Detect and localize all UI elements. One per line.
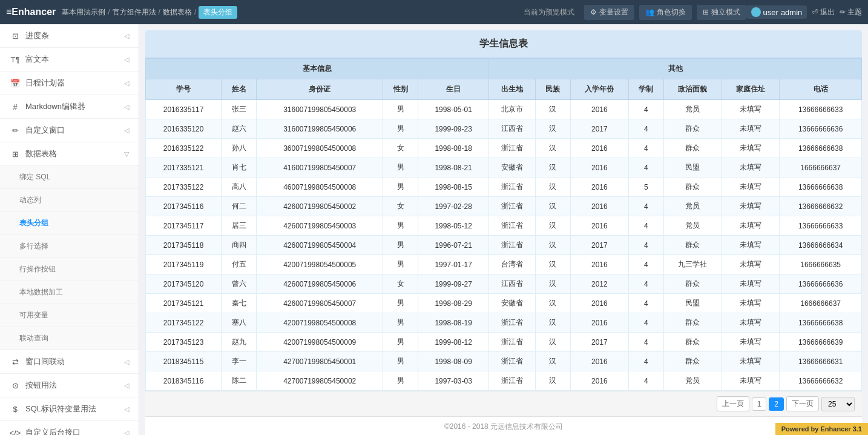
- logout-icon: ⏎: [812, 8, 818, 16]
- table-cell: 4: [628, 119, 663, 139]
- breadcrumb-item-0[interactable]: 基本用法示例: [62, 7, 105, 18]
- table-cell: 男: [383, 158, 418, 178]
- table-cell: 2017345117: [146, 216, 222, 236]
- markdown-label: Markdown编辑器: [25, 101, 85, 112]
- table-cell: 男: [383, 333, 418, 352]
- markdown-arrow: ◁: [124, 103, 129, 111]
- table-cell: 4: [628, 255, 663, 274]
- table-cell: 浙江省: [489, 371, 536, 391]
- table-cell: 汉: [535, 333, 570, 352]
- table-cell: 4: [628, 216, 663, 236]
- sidebar-sub-variables[interactable]: 可用变量: [0, 304, 139, 327]
- sidebar-sub-local-data[interactable]: 本地数据加工: [0, 281, 139, 304]
- next-page-button[interactable]: 下一页: [786, 396, 819, 411]
- linked-query-label: 联动查询: [19, 333, 48, 344]
- user-name: admin: [781, 8, 802, 17]
- sidebar-item-btn-usage[interactable]: ⊙ 按钮用法 ◁: [0, 374, 139, 397]
- table-cell: 13666666638: [780, 313, 862, 333]
- custom-window-arrow: ◁: [124, 127, 129, 134]
- table-cell: 2016335117: [146, 100, 222, 119]
- header-group-label: 表头分组: [19, 218, 48, 228]
- column-header-生日: 生日: [418, 79, 489, 100]
- sidebar-sub-multi-select[interactable]: 多行选择: [0, 235, 139, 258]
- progress-label: 进度条: [25, 30, 49, 41]
- sidebar-item-custom-window[interactable]: ✏ 自定义窗口 ◁: [0, 119, 139, 142]
- table-cell: 江西省: [489, 274, 536, 294]
- table-row: 2017345116何二426007199805450002女1997-02-2…: [146, 197, 862, 216]
- progress-arrow: ◁: [124, 32, 129, 40]
- sidebar-sub-row-actions[interactable]: 行操作按钮: [0, 258, 139, 281]
- btn-usage-arrow: ◁: [124, 382, 129, 390]
- variable-settings-button[interactable]: ⚙ 变量设置: [584, 5, 634, 20]
- table-cell: 未填写: [722, 255, 780, 274]
- sidebar-sub-bind-sql[interactable]: 绑定 SQL: [0, 166, 139, 189]
- table-cell: 未填写: [722, 139, 780, 158]
- table-title: 学生信息表: [145, 30, 862, 58]
- sidebar-item-scheduler[interactable]: 📅 日程计划器 ◁: [0, 71, 139, 95]
- table-cell: 浙江省: [489, 178, 536, 197]
- table-cell: 1999-09-27: [418, 274, 489, 294]
- powered-by: Powered by Enhancer 3.1: [775, 423, 868, 435]
- table-cell: 汉: [535, 197, 570, 216]
- table-cell: 汉: [535, 352, 570, 371]
- table-cell: 2017: [570, 119, 628, 139]
- table-cell: 浙江省: [489, 197, 536, 216]
- dynamic-col-label: 动态列: [19, 195, 41, 205]
- table-cell: 1998-08-09: [418, 352, 489, 371]
- table-cell: 4: [628, 197, 663, 216]
- breadcrumb-item-2[interactable]: 数据表格: [163, 7, 192, 18]
- user-badge: user admin: [746, 5, 807, 19]
- table-cell: 1998-08-29: [418, 294, 489, 313]
- table-cell: 2016: [570, 197, 628, 216]
- logout-button[interactable]: ⏎ 退出: [812, 7, 834, 18]
- sidebar-item-markdown[interactable]: # Markdown编辑器 ◁: [0, 95, 139, 119]
- table-cell: 2017345121: [146, 294, 222, 313]
- table-cell: 未填写: [722, 371, 780, 391]
- table-cell: 2016: [570, 216, 628, 236]
- richtext-icon: T¶: [10, 54, 21, 65]
- table-cell: 赵六: [222, 119, 257, 139]
- table-cell: 汉: [535, 294, 570, 313]
- table-cell: 李一: [222, 352, 257, 371]
- page-2-button[interactable]: 2: [769, 397, 784, 411]
- table-cell: 汉: [535, 313, 570, 333]
- table-cell: 未填写: [722, 197, 780, 216]
- bind-sql-label: 绑定 SQL: [19, 172, 50, 182]
- table-cell: 360071998054500008: [257, 139, 383, 158]
- sidebar-item-custom-api[interactable]: </> 自定义后台接口 ◁: [0, 421, 139, 435]
- sidebar-item-window-link[interactable]: ⇄ 窗口间联动 ◁: [0, 350, 139, 374]
- table-cell: 安徽省: [489, 158, 536, 178]
- group-header-basic: 基本信息: [146, 59, 489, 79]
- standalone-mode-button[interactable]: ⊞ 独立模式: [697, 5, 746, 20]
- sidebar-item-richtext[interactable]: T¶ 富文本 ◁: [0, 48, 139, 71]
- sidebar-item-sql-var[interactable]: $ SQL标识符变量用法 ◁: [0, 397, 139, 421]
- table-cell: 2017345119: [146, 255, 222, 274]
- table-cell: 汉: [535, 274, 570, 294]
- table-cell: 2016: [570, 294, 628, 313]
- sidebar-sub-header-group[interactable]: 表头分组: [0, 212, 139, 235]
- page-1-button[interactable]: 1: [752, 397, 767, 411]
- table-cell: 群众: [663, 119, 722, 139]
- table-cell: 460071998054500008: [257, 178, 383, 197]
- sidebar-item-data-table[interactable]: ⊞ 数据表格 ▽: [0, 142, 139, 166]
- per-page-select[interactable]: 102550100: [821, 397, 855, 411]
- breadcrumb-item-1[interactable]: 官方组件用法: [113, 7, 156, 18]
- table-cell: 2016335120: [146, 119, 222, 139]
- table-cell: 416007199805450007: [257, 158, 383, 178]
- table-cell: 1996-07-21: [418, 236, 489, 255]
- column-header-家庭住址: 家庭住址: [722, 79, 780, 100]
- sidebar-sub-dynamic-col[interactable]: 动态列: [0, 189, 139, 212]
- table-row: 2016335122孙八360071998054500008女1998-08-1…: [146, 139, 862, 158]
- table-cell: 汉: [535, 255, 570, 274]
- pagination: 上一页 1 2 下一页 102550100: [145, 391, 862, 416]
- prev-page-button[interactable]: 上一页: [717, 396, 749, 411]
- table-cell: 1997-01-17: [418, 255, 489, 274]
- table-cell: 汉: [535, 371, 570, 391]
- table-cell: 群众: [663, 139, 722, 158]
- table-cell: 1997-02-28: [418, 197, 489, 216]
- sidebar-item-progress[interactable]: ⊡ 进度条 ◁: [0, 24, 139, 48]
- role-switch-button[interactable]: 👥 角色切换: [639, 5, 692, 20]
- sidebar-sub-linked-query[interactable]: 联动查询: [0, 327, 139, 350]
- theme-button[interactable]: ✏ 主题: [840, 7, 862, 18]
- table-cell: 2017345116: [146, 197, 222, 216]
